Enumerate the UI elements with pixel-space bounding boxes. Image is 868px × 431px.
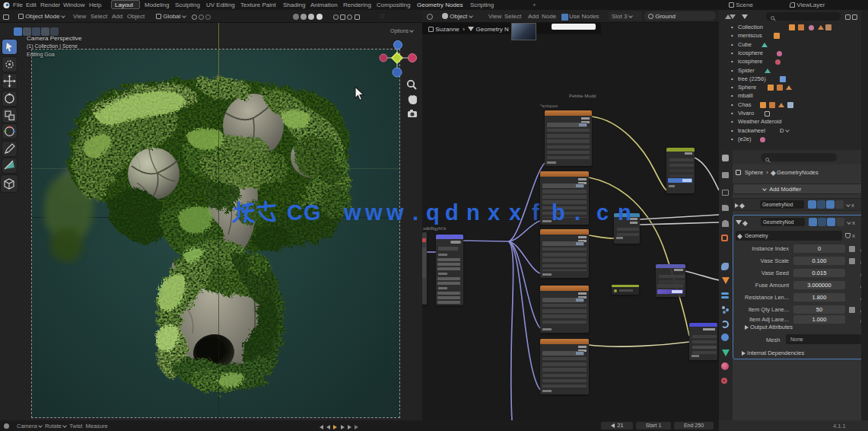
svg-text:G: G bbox=[304, 200, 321, 225]
svg-text:q: q bbox=[426, 200, 440, 225]
svg-text:b: b bbox=[552, 200, 565, 225]
svg-text:w: w bbox=[386, 200, 404, 225]
svg-text:.: . bbox=[412, 200, 418, 225]
svg-text:x: x bbox=[488, 200, 500, 225]
svg-text:.: . bbox=[574, 200, 580, 225]
svg-text:x: x bbox=[509, 200, 521, 225]
svg-text:d: d bbox=[445, 200, 459, 225]
svg-text:c: c bbox=[596, 200, 609, 225]
svg-text:w: w bbox=[343, 200, 361, 225]
svg-text:n: n bbox=[618, 200, 631, 225]
svg-text:f: f bbox=[532, 200, 539, 225]
svg-text:w: w bbox=[364, 200, 383, 225]
svg-text:n: n bbox=[466, 200, 480, 225]
svg-text:C: C bbox=[287, 200, 303, 225]
